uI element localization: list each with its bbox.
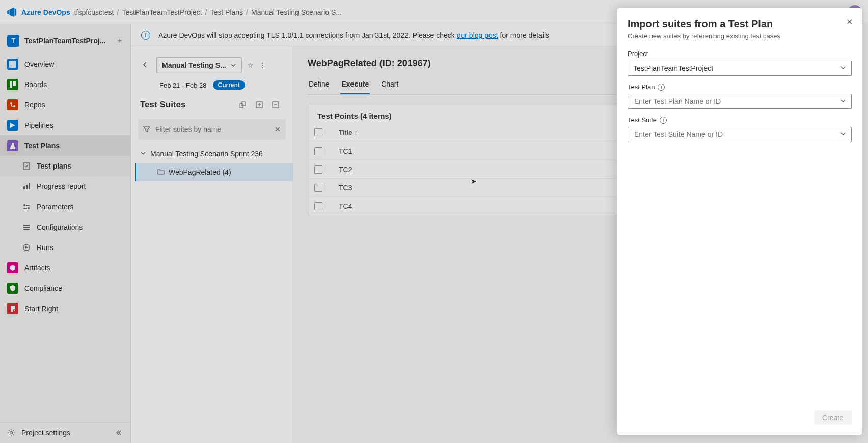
testsuite-select[interactable] [628, 127, 852, 142]
project-value: TestPlanTeamTestProject [633, 64, 840, 72]
chevron-down-icon [840, 64, 846, 72]
chevron-down-icon [840, 97, 846, 105]
close-icon[interactable]: ✕ [846, 17, 853, 27]
testplan-select[interactable] [628, 94, 852, 109]
info-icon[interactable]: i [660, 117, 667, 124]
project-select[interactable]: TestPlanTeamTestProject [628, 61, 852, 76]
chevron-down-icon [840, 130, 846, 139]
testplan-input[interactable] [633, 97, 840, 106]
create-button[interactable]: Create [814, 410, 852, 425]
testsuite-label: Test Suite i [628, 116, 852, 124]
import-suites-drawer: ✕ Import suites from a Test Plan Create … [617, 8, 862, 435]
info-icon[interactable]: i [658, 84, 665, 91]
drawer-subtitle: Create new suites by referencing existin… [628, 32, 852, 40]
testplan-label: Test Plan i [628, 83, 852, 91]
drawer-title: Import suites from a Test Plan [628, 18, 852, 30]
testsuite-input[interactable] [633, 130, 840, 139]
project-label: Project [628, 50, 852, 58]
